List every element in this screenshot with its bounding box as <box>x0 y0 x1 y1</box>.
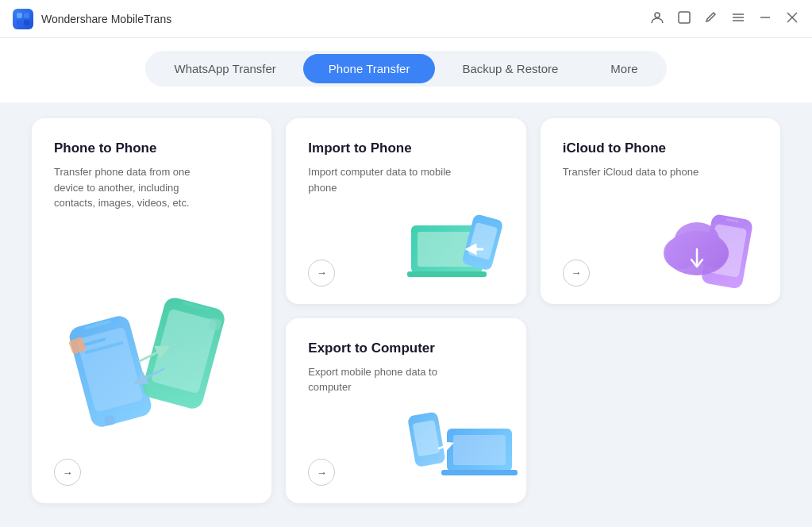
app-icon <box>13 9 33 29</box>
card-phone-to-phone[interactable]: Phone to Phone Transfer phone data from … <box>32 118 271 503</box>
card-phone-to-phone-desc: Transfer phone data from one device to a… <box>54 164 197 211</box>
titlebar: Wondershare MobileTrans <box>0 0 812 38</box>
svg-rect-38 <box>453 435 506 465</box>
tab-phone[interactable]: Phone Transfer <box>303 54 436 83</box>
card-icloud-desc: Transfer iCloud data to phone <box>563 164 706 180</box>
svg-rect-3 <box>24 20 29 25</box>
card-export-to-computer[interactable]: Export to Computer Export mobile phone d… <box>286 318 525 504</box>
tab-whatsapp[interactable]: WhatsApp Transfer <box>148 54 301 83</box>
window-controls <box>650 10 799 27</box>
user-icon[interactable] <box>650 10 664 27</box>
window-icon[interactable] <box>677 10 691 27</box>
minimize-icon[interactable] <box>758 10 772 27</box>
titlebar-left: Wondershare MobileTrans <box>13 9 171 29</box>
nav-tabs: WhatsApp Transfer Phone Transfer Backup … <box>145 51 666 87</box>
card-icloud-title: iCloud to Phone <box>563 140 758 156</box>
card-export-desc: Export mobile phone data to computer <box>308 364 451 395</box>
svg-point-4 <box>655 13 660 17</box>
card-phone-to-phone-arrow[interactable]: → <box>54 459 81 486</box>
svg-rect-1 <box>24 13 29 18</box>
edit-icon[interactable] <box>704 10 718 27</box>
phone-to-phone-illustration <box>56 270 247 444</box>
card-import-to-phone[interactable]: Import to Phone Import computer data to … <box>286 118 525 304</box>
tab-more[interactable]: More <box>585 54 663 83</box>
card-phone-to-phone-title: Phone to Phone <box>54 140 249 156</box>
export-illustration <box>403 405 518 496</box>
svg-rect-0 <box>17 13 22 18</box>
app-name-label: Wondershare MobileTrans <box>41 13 171 25</box>
card-export-title: Export to Computer <box>308 340 503 356</box>
icloud-illustration <box>657 198 776 293</box>
nav-bar: WhatsApp Transfer Phone Transfer Backup … <box>0 38 812 102</box>
card-export-arrow[interactable]: → <box>308 459 335 486</box>
menu-icon[interactable] <box>731 10 745 27</box>
tab-backup[interactable]: Backup & Restore <box>437 54 583 83</box>
import-illustration <box>407 206 518 293</box>
svg-rect-5 <box>679 12 690 23</box>
close-icon[interactable] <box>785 10 799 27</box>
card-icloud-to-phone[interactable]: iCloud to Phone Transfer iCloud data to … <box>541 118 780 304</box>
svg-rect-39 <box>441 470 518 475</box>
card-icloud-arrow[interactable]: → <box>563 260 590 287</box>
card-import-desc: Import computer data to mobile phone <box>308 164 451 195</box>
svg-rect-22 <box>104 415 115 426</box>
card-import-title: Import to Phone <box>308 140 503 156</box>
svg-rect-2 <box>17 20 22 25</box>
main-content: Phone to Phone Transfer phone data from … <box>0 102 812 527</box>
svg-rect-25 <box>407 271 487 277</box>
card-import-arrow[interactable]: → <box>308 260 335 287</box>
